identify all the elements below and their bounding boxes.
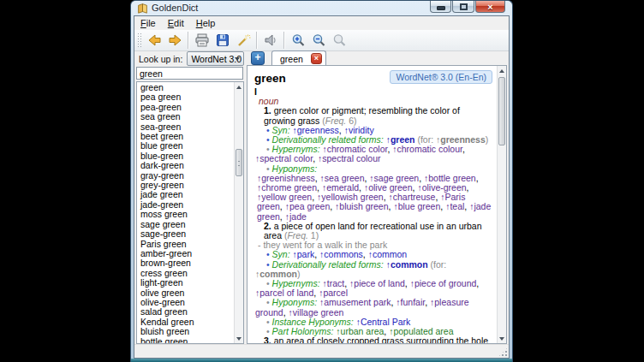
tab-close-button[interactable]: ×: [311, 53, 322, 64]
wordlist-item[interactable]: sea green: [137, 112, 234, 122]
article-link[interactable]: ↑spectral colour: [318, 153, 381, 163]
zoom-out-button[interactable]: [308, 31, 329, 50]
wordlist-item[interactable]: dark-green: [137, 161, 234, 170]
article-link[interactable]: ↑commons: [319, 249, 363, 259]
minimize-button[interactable]: [430, 1, 451, 13]
maximize-button[interactable]: [452, 1, 474, 13]
menu-file[interactable]: File: [134, 17, 162, 29]
article-link[interactable]: ↑park: [293, 249, 315, 259]
article-link[interactable]: ↑populated area: [389, 326, 453, 336]
toolbar-drag-handle[interactable]: [137, 33, 141, 48]
article-link[interactable]: ↑piece of ground: [410, 278, 477, 288]
article-link[interactable]: ↑funfair: [396, 297, 425, 307]
article-link[interactable]: ↑chrome green: [257, 182, 317, 193]
article-link[interactable]: ↑greenishness: [257, 173, 315, 183]
article-link[interactable]: ↑Central Park: [356, 317, 411, 327]
dictionary-badge[interactable]: WordNet® 3.0 (En-En): [390, 70, 492, 84]
article-link[interactable]: ↑viridity: [344, 125, 374, 135]
article-link[interactable]: ↑bottle green: [424, 173, 476, 183]
article-text: (for:: [417, 134, 436, 145]
article-link[interactable]: ↑parcel of land: [255, 288, 313, 298]
toolbar: [134, 30, 509, 51]
article-link[interactable]: ↑amusement park: [319, 297, 391, 307]
wordlist-item[interactable]: bottle green: [137, 337, 234, 343]
menu-help[interactable]: Help: [190, 17, 222, 29]
print-icon: [194, 33, 210, 47]
window-title: GoldenDict: [152, 3, 198, 13]
back-button[interactable]: [144, 31, 164, 50]
search-input[interactable]: [136, 67, 243, 80]
add-tab-button[interactable]: +: [251, 51, 265, 65]
wordlist-item[interactable]: moss green: [137, 210, 234, 219]
article-link[interactable]: ↑teal: [445, 201, 464, 211]
bullet-icon: •: [266, 134, 272, 145]
article-link[interactable]: ↑sage green: [369, 173, 419, 183]
print-button[interactable]: [192, 31, 212, 50]
article-link[interactable]: ↑common: [386, 259, 428, 270]
article-text: Freq.: [325, 116, 347, 126]
article-link[interactable]: ↑urban area: [336, 326, 384, 336]
article-text: Syn:: [272, 125, 290, 135]
pronounce-button[interactable]: [260, 31, 281, 50]
article-text: ,: [476, 278, 479, 288]
scroll-up-icon[interactable]: [498, 66, 506, 75]
save-button[interactable]: [212, 31, 233, 50]
tab-green[interactable]: green ×: [271, 50, 326, 66]
article-link[interactable]: ↑pea green: [285, 201, 331, 211]
zoom-reset-button[interactable]: [329, 31, 349, 50]
article-link[interactable]: ↑emerald: [322, 182, 359, 193]
article-scrollbar[interactable]: [497, 66, 506, 343]
article-link[interactable]: ↑greenness: [293, 125, 339, 135]
forward-button[interactable]: [164, 31, 185, 50]
article-link[interactable]: ↑blue green: [393, 201, 440, 211]
resize-grip-icon[interactable]: [498, 347, 508, 357]
article-text: ,: [467, 182, 469, 193]
article-link[interactable]: ↑sea green: [320, 173, 365, 183]
article-line: • Hyponyms: ↑amusement park, ↑funfair, ↑…: [254, 298, 492, 317]
article-link[interactable]: ↑chartreuse: [389, 192, 436, 202]
dictionary-group-select[interactable]: WordNet 3.0: [187, 51, 244, 66]
article-link[interactable]: ↑green: [386, 134, 415, 145]
zoom-in-icon: [291, 33, 306, 47]
article-link[interactable]: ↑parcel: [319, 288, 348, 298]
article-scrollbar-thumb[interactable]: [498, 77, 505, 145]
wordlist-scrollbar[interactable]: [234, 82, 243, 343]
scroll-down-icon[interactable]: [498, 334, 506, 343]
article-text: ↑common: [255, 269, 297, 279]
article-link[interactable]: ↑jade: [285, 211, 307, 222]
article-link[interactable]: ↑yellowish green: [317, 192, 384, 202]
article-link[interactable]: ↑chromatic color: [323, 144, 388, 154]
article-link[interactable]: ↑village green: [289, 307, 344, 317]
article-link[interactable]: ↑olive-green: [417, 182, 466, 193]
article-line: ↑greenishness, ↑sea green, ↑sage green, …: [254, 174, 492, 222]
article-link[interactable]: ↑common: [368, 249, 408, 259]
desktop: { "window": { "title": "GoldenDict", "co…: [0, 0, 644, 362]
close-button[interactable]: ×: [475, 1, 505, 13]
wordlist-item[interactable]: brown-green: [137, 258, 234, 268]
menu-edit[interactable]: Edit: [162, 17, 190, 29]
article-link[interactable]: ↑spectral color: [255, 153, 313, 163]
article-text: ,: [462, 144, 465, 154]
zoom-in-button[interactable]: [288, 31, 308, 50]
scroll-down-icon[interactable]: [235, 334, 243, 343]
scroll-up-icon[interactable]: [235, 82, 243, 92]
wordlist-item[interactable]: bluish green: [137, 327, 234, 336]
article-text: green color or pigment; resembling the c…: [264, 105, 460, 125]
title-bar[interactable]: GoldenDict ×: [131, 1, 512, 15]
wordlist-item[interactable]: sage-green: [137, 229, 234, 239]
article-link[interactable]: ↑bluish green: [335, 201, 388, 211]
book-icon: [137, 3, 148, 14]
article-link[interactable]: ↑chromatic colour: [392, 144, 462, 154]
article-text: 2.: [264, 221, 274, 231]
article-link[interactable]: ↑yellow green: [257, 192, 312, 202]
article-link[interactable]: ↑olive green: [364, 182, 413, 193]
wordlist-scrollbar-thumb[interactable]: [236, 149, 242, 176]
article-link[interactable]: ↑piece of land: [349, 278, 405, 288]
dictionary-group-value: WordNet 3.0: [191, 54, 242, 64]
article-link[interactable]: ↑tract: [323, 278, 345, 288]
wordlist-item[interactable]: light-green: [137, 278, 234, 288]
article-text: Hypernyms:: [272, 144, 320, 154]
maximize-icon: [460, 3, 468, 10]
article-text: Instance Hyponyms:: [272, 317, 354, 327]
scan-popup-button[interactable]: [233, 31, 253, 50]
